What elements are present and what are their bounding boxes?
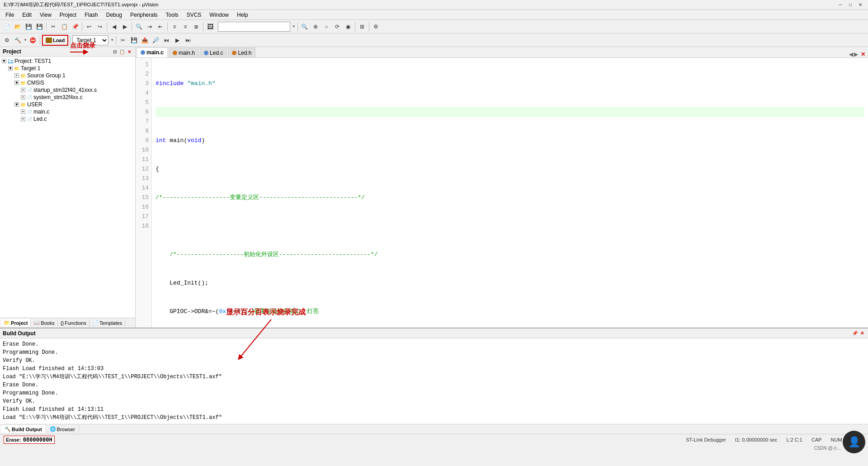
load-flash-button[interactable]: Load bbox=[42, 35, 68, 46]
menu-flash[interactable]: Flash bbox=[81, 11, 101, 19]
tree-main-c[interactable]: + 📄 main.c bbox=[1, 108, 134, 115]
tb2-btn-a[interactable]: ✂ bbox=[118, 35, 128, 45]
tree-project-root[interactable]: ▼ 🗂 Project: TEST1 bbox=[1, 57, 134, 65]
toolbar-btn-d[interactable]: ⊕ bbox=[311, 22, 321, 32]
build-button[interactable]: ⚙ bbox=[2, 35, 12, 45]
mement-input[interactable]: mement bbox=[218, 22, 290, 32]
tree-cmsis[interactable]: ▼ 📁 CMSIS bbox=[1, 79, 134, 86]
menu-edit[interactable]: Edit bbox=[19, 11, 35, 19]
target-dropdown-arrow[interactable]: ▼ bbox=[110, 38, 114, 42]
toolbar-btn-e[interactable]: ○ bbox=[321, 22, 331, 32]
expand-icon-user[interactable]: ▼ bbox=[14, 102, 19, 107]
sidebar: Project ⊟ 📋 ✕ ▼ 🗂 Project: TEST1 ▼ 📁 Tar… bbox=[0, 47, 136, 328]
toolbar-img-btn[interactable]: 🖼 bbox=[205, 22, 215, 32]
new-file-button[interactable]: 📄 bbox=[2, 22, 12, 32]
menu-file[interactable]: File bbox=[2, 11, 18, 19]
indent-button[interactable]: ⇥ bbox=[145, 22, 155, 32]
editor-tab-scroll-right[interactable]: ▶ bbox=[854, 51, 858, 57]
main-c-icon: 📄 bbox=[26, 109, 33, 115]
sidebar-tab-templates[interactable]: 📄 Templates bbox=[90, 319, 125, 327]
layout-button[interactable]: ⊞ bbox=[357, 22, 367, 32]
toolbar-btn-a[interactable]: ≡ bbox=[170, 22, 179, 32]
open-file-button[interactable]: 📂 bbox=[13, 22, 23, 32]
file-tab-main-h[interactable]: main.h bbox=[169, 48, 199, 57]
menu-tools[interactable]: Tools bbox=[162, 11, 182, 19]
sidebar-tab-functions[interactable]: {} Functions bbox=[58, 319, 90, 327]
tb2-btn-c[interactable]: 📤 bbox=[140, 35, 150, 45]
paste-button[interactable]: 📌 bbox=[70, 22, 80, 32]
tree-system-file[interactable]: + 📄 system_stm32f4xx.c bbox=[1, 94, 134, 101]
build-tab-output[interactable]: 🔨 Build Output bbox=[1, 425, 46, 433]
redo-button[interactable]: ↪ bbox=[95, 22, 105, 32]
tree-target-1[interactable]: ▼ 📁 Target 1 bbox=[1, 65, 134, 72]
status-num: NUM bbox=[831, 437, 842, 442]
menu-debug[interactable]: Debug bbox=[103, 11, 126, 19]
menu-project[interactable]: Project bbox=[56, 11, 80, 19]
expand-icon-main[interactable]: + bbox=[21, 109, 25, 114]
build-tab-browser[interactable]: 🌐 Browser bbox=[46, 425, 79, 433]
stop-build-button[interactable]: ⛔ bbox=[28, 35, 38, 45]
settings-button[interactable]: ⚙ bbox=[371, 22, 381, 32]
nav-back-button[interactable]: ◀ bbox=[109, 22, 119, 32]
tb2-btn-d[interactable]: 🔎 bbox=[151, 35, 160, 45]
unindent-button[interactable]: ⇤ bbox=[156, 22, 165, 32]
tb2-btn-b[interactable]: 💾 bbox=[129, 35, 139, 45]
menu-peripherals[interactable]: Peripherals bbox=[127, 11, 161, 19]
build-pin-button[interactable]: 📌 bbox=[852, 330, 858, 337]
project-header-icons: ⊟ 📋 ✕ bbox=[112, 48, 132, 55]
menu-view[interactable]: View bbox=[36, 11, 55, 19]
tree-user-group[interactable]: ▼ 📁 USER bbox=[1, 101, 134, 108]
build-close-button[interactable]: ✕ bbox=[859, 330, 865, 337]
code-editor[interactable]: 1 2 3 4 5 6 7 8 9 10 11 12 13 14 15 16 1… bbox=[136, 58, 868, 328]
expand-icon-led[interactable]: + bbox=[21, 117, 25, 121]
expand-icon-target[interactable]: ▼ bbox=[8, 66, 13, 71]
toolbar-btn-c[interactable]: ≣ bbox=[191, 22, 201, 32]
nav-forward-button[interactable]: ▶ bbox=[120, 22, 130, 32]
mement-dropdown-arrow[interactable]: ▼ bbox=[292, 24, 296, 29]
find-button[interactable]: 🔍 bbox=[134, 22, 144, 32]
toolbar-btn-f[interactable]: ⟳ bbox=[332, 22, 342, 32]
tb2-btn-g[interactable]: ⏭ bbox=[183, 35, 193, 45]
expand-icon-cmsis[interactable]: ▼ bbox=[14, 81, 19, 85]
save-button[interactable]: 💾 bbox=[24, 22, 33, 32]
target-select[interactable]: Target 1 bbox=[72, 35, 108, 45]
expand-icon-sg[interactable]: + bbox=[14, 73, 19, 78]
project-close-icon[interactable]: ✕ bbox=[126, 48, 132, 55]
line-num-1: 1 bbox=[136, 60, 151, 69]
tb2-btn-f[interactable]: ▶ bbox=[172, 35, 182, 45]
editor-tab-close[interactable]: ✕ bbox=[861, 51, 865, 57]
cut-button[interactable]: ✂ bbox=[48, 22, 58, 32]
expand-icon-root[interactable]: ▼ bbox=[2, 59, 6, 63]
sidebar-tab-templates-label: Templates bbox=[99, 320, 122, 326]
file-tab-main-c[interactable]: main.c bbox=[137, 48, 168, 57]
toolbar-btn-g[interactable]: ◉ bbox=[343, 22, 353, 32]
tb2-btn-e[interactable]: ⏮ bbox=[161, 35, 171, 45]
expand-icon-startup[interactable]: + bbox=[21, 88, 25, 92]
tree-source-group[interactable]: + 📁 Source Group 1 bbox=[1, 72, 134, 79]
rebuild-button[interactable]: 🔨 bbox=[13, 35, 23, 45]
menu-help[interactable]: Help bbox=[233, 11, 252, 19]
save-all-button[interactable]: 💾 bbox=[34, 22, 44, 32]
project-header-icon-2[interactable]: 📋 bbox=[119, 48, 125, 55]
file-tab-led-h[interactable]: Led.h bbox=[228, 48, 255, 57]
editor-tab-scroll-left[interactable]: ◀ bbox=[849, 51, 853, 57]
file-tab-led-c[interactable]: Led.c bbox=[200, 48, 227, 57]
menu-svcs[interactable]: SVCS bbox=[183, 11, 205, 19]
code-content[interactable]: #include "main.h" int main(void) { /*---… bbox=[152, 58, 868, 328]
expand-icon-system[interactable]: + bbox=[21, 95, 25, 100]
project-header-icon-1[interactable]: ⊟ bbox=[112, 48, 118, 55]
minimize-button[interactable]: ─ bbox=[836, 1, 844, 9]
maximize-button[interactable]: □ bbox=[846, 1, 854, 9]
menu-window[interactable]: Window bbox=[206, 11, 232, 19]
tree-startup-file[interactable]: + 📄 startup_stm32f40_41xxx.s bbox=[1, 86, 134, 94]
zoom-in-button[interactable]: 🔍 bbox=[300, 22, 310, 32]
line-numbers: 1 2 3 4 5 6 7 8 9 10 11 12 13 14 15 16 1… bbox=[136, 58, 152, 328]
build-dropdown-arrow[interactable]: ▼ bbox=[24, 38, 27, 42]
toolbar-btn-b[interactable]: ≡ bbox=[180, 22, 190, 32]
tree-led-c[interactable]: + 📄 Led.c bbox=[1, 115, 134, 123]
copy-button[interactable]: 📋 bbox=[59, 22, 69, 32]
undo-button[interactable]: ↩ bbox=[84, 22, 94, 32]
sidebar-tab-project[interactable]: 📁 Project bbox=[1, 319, 31, 327]
close-button[interactable]: ✕ bbox=[856, 1, 864, 9]
sidebar-tab-books[interactable]: 📖 Books bbox=[31, 319, 58, 327]
